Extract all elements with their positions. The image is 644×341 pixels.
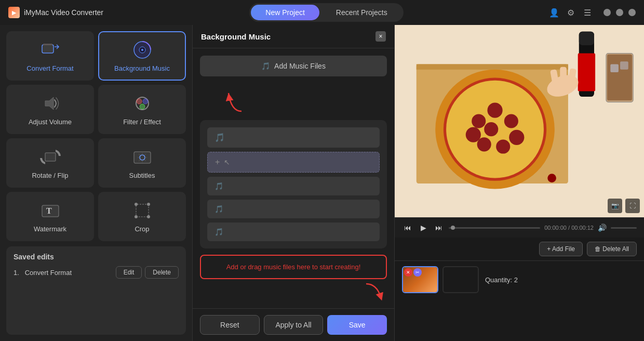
add-file-button[interactable]: + Add File [539, 242, 583, 256]
save-button[interactable]: Save [327, 315, 387, 335]
watermark-label: Watermark [34, 225, 66, 233]
scissors-badge-icon[interactable]: ✂ [413, 268, 422, 277]
svg-point-4 [141, 49, 143, 51]
svg-rect-38 [607, 55, 632, 101]
filter-effect-icon [132, 93, 153, 114]
music-track-2[interactable]: 🎵 [207, 177, 380, 195]
time-total: 00:00:12 [571, 225, 594, 231]
titlebar-tabs: New Project Recent Projects [249, 3, 403, 22]
saved-edit-name: 1. Convert Format [14, 269, 72, 277]
watermark-icon: T [40, 200, 61, 221]
progress-bar[interactable] [449, 227, 540, 229]
minimize-button[interactable]: — [603, 9, 611, 16]
background-music-label: Background Music [114, 64, 170, 72]
close-button[interactable]: ✕ [628, 9, 636, 16]
svg-point-31 [496, 139, 510, 153]
maximize-button[interactable]: □ [616, 9, 623, 16]
right-panel: 📷 ⛶ ⏮ ▶ ⏭ 00:00:00 / 00:00:12 🔊 [395, 25, 644, 341]
play-pause-button[interactable]: ▶ [418, 222, 429, 233]
tool-subtitles[interactable]: Subtitles [98, 138, 186, 188]
svg-rect-14 [136, 204, 149, 217]
remove-badge-icon[interactable]: ✕ [404, 268, 412, 277]
tool-crop[interactable]: Crop [98, 192, 186, 241]
saved-edits-title: Saved edits [14, 253, 179, 261]
svg-point-26 [472, 114, 486, 128]
reset-button[interactable]: Reset [200, 315, 260, 335]
music-add-area[interactable]: + ↖ [207, 152, 380, 173]
user-icon[interactable]: 👤 [549, 8, 559, 17]
file-management: + Add File 🗑 Delete All [395, 238, 644, 261]
close-panel-button[interactable]: × [375, 31, 386, 42]
camera-icon: 📷 [611, 202, 619, 209]
recent-projects-tab[interactable]: Recent Projects [321, 5, 402, 20]
crop-icon [132, 200, 153, 221]
app-title: iMyMac Video Converter [24, 8, 103, 17]
svg-point-6 [137, 99, 142, 104]
tools-grid: Convert Format Background Music [6, 31, 186, 241]
fullscreen-button[interactable]: ⛶ [625, 199, 640, 213]
edit-saved-button[interactable]: Edit [116, 266, 142, 279]
menu-icon[interactable]: ☰ [583, 8, 592, 17]
svg-rect-9 [45, 153, 56, 161]
svg-point-8 [140, 104, 145, 109]
svg-point-25 [487, 103, 502, 118]
svg-rect-35 [578, 54, 595, 91]
svg-point-16 [147, 203, 150, 206]
app-logo: ▶ [8, 7, 20, 18]
thumbnail-1[interactable]: ✕ ✂ [402, 266, 438, 293]
panel-header: Background Music × [193, 25, 394, 48]
video-preview: 📷 ⛶ [395, 25, 644, 217]
music-track-3[interactable]: 🎵 [207, 200, 380, 218]
tool-convert-format[interactable]: Convert Format [6, 31, 94, 81]
tool-watermark[interactable]: T Watermark [6, 192, 94, 241]
music-note-icon-4: 🎵 [214, 228, 223, 236]
add-music-button[interactable]: 🎵 Add Music Files [200, 56, 387, 76]
titlebar: ▶ iMyMac Video Converter New Project Rec… [0, 0, 644, 25]
adjust-volume-icon [40, 93, 61, 114]
panel-content: 🎵 Add Music Files 🎵 [193, 48, 394, 308]
svg-point-27 [504, 114, 518, 128]
rotate-flip-icon [40, 147, 61, 167]
saved-edit-item: 1. Convert Format Edit Delete [14, 266, 179, 279]
music-note-icon-3: 🎵 [214, 205, 223, 213]
background-music-icon [132, 40, 153, 60]
screenshot-button[interactable]: 📷 [608, 199, 622, 213]
new-project-tab[interactable]: New Project [251, 5, 319, 20]
tool-adjust-volume[interactable]: Adjust Volume [6, 85, 94, 134]
delete-all-button[interactable]: 🗑 Delete All [587, 242, 637, 256]
tool-rotate-flip[interactable]: Rotate / Flip [6, 138, 94, 188]
volume-bar[interactable] [611, 227, 637, 229]
crop-label: Crop [135, 225, 149, 233]
svg-point-28 [466, 127, 481, 142]
svg-rect-40 [620, 61, 628, 70]
gear-icon[interactable]: ⚙ [566, 8, 575, 17]
delete-saved-button[interactable]: Delete [145, 266, 179, 279]
tool-filter-effect[interactable]: Filter / Effect [98, 85, 186, 134]
rotate-flip-label: Rotate / Flip [32, 172, 68, 179]
rewind-button[interactable]: ⏮ [402, 222, 413, 233]
svg-point-29 [509, 130, 524, 145]
arrow-down-area [200, 281, 387, 302]
svg-point-7 [143, 99, 148, 104]
main-layout: Convert Format Background Music [0, 25, 644, 341]
progress-dot [451, 226, 455, 230]
music-note-icon-2: 🎵 [214, 182, 223, 190]
adjust-volume-label: Adjust Volume [29, 118, 72, 126]
svg-point-32 [484, 122, 498, 136]
music-placeholder-list: 🎵 + ↖ 🎵 🎵 🎵 [200, 120, 387, 248]
fast-forward-button[interactable]: ⏭ [433, 222, 445, 233]
subtitles-label: Subtitles [129, 172, 155, 179]
drop-zone-text: Add or drag music files here to start cr… [226, 263, 361, 271]
svg-rect-0 [42, 45, 53, 53]
music-track-4[interactable]: 🎵 [207, 222, 380, 241]
apply-to-all-button[interactable]: Apply to All [264, 315, 324, 335]
red-arrow-icon [221, 83, 252, 114]
thumbnail-badges: ✕ ✂ [404, 268, 422, 277]
svg-point-30 [477, 137, 491, 151]
svg-text:T: T [46, 206, 52, 215]
tool-background-music[interactable]: Background Music [98, 31, 186, 81]
thumbnail-2[interactable] [442, 266, 479, 293]
arrow-indicator [200, 83, 387, 114]
thumbnails-row: ✕ ✂ Quantity: 2 [395, 261, 644, 298]
music-track-1[interactable]: 🎵 [207, 127, 380, 148]
